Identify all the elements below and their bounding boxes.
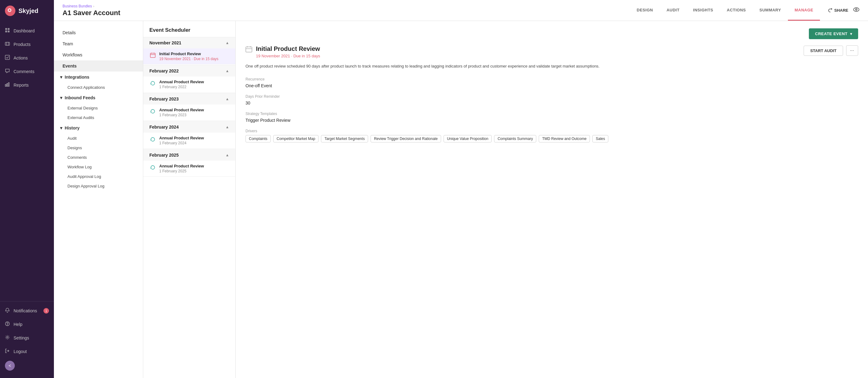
- driver-tag-review-trigger[interactable]: Review Trigger Decision and Rationale: [371, 135, 441, 142]
- event-item-annual-2022[interactable]: Annual Product Review 1 February 2022: [143, 77, 235, 92]
- dropdown-arrow-icon: ▾: [850, 32, 852, 36]
- detail-title: Initial Product Review: [256, 45, 320, 52]
- detail-actions: START AUDIT ···: [804, 45, 858, 56]
- month-header-feb2022[interactable]: February 2022 ▲: [143, 65, 235, 77]
- menu-section-integrations[interactable]: ▾ Integrations: [54, 71, 143, 83]
- tab-design[interactable]: DESIGN: [630, 0, 660, 21]
- create-event-button[interactable]: CREATE EVENT ▾: [809, 28, 858, 39]
- drivers-field: Drivers Complaints Competitor Market Map…: [246, 129, 858, 142]
- driver-tag-complaints[interactable]: Complaints: [246, 135, 271, 142]
- sidebar-item-logout[interactable]: Logout: [0, 345, 54, 358]
- driver-tag-unique-value[interactable]: Unique Value Proposition: [443, 135, 492, 142]
- month-group-feb2024: February 2024 ▲ Annual Product Review 1 …: [143, 121, 235, 149]
- menu-sub-item-audit[interactable]: Audit: [54, 134, 143, 143]
- start-audit-button[interactable]: START AUDIT: [804, 46, 843, 56]
- menu-sub-item-external-designs[interactable]: External Designs: [54, 103, 143, 113]
- main-area: Business Bundles › A1 Saver Account DESI…: [54, 0, 868, 378]
- notifications-icon: [5, 308, 10, 314]
- help-icon: [5, 321, 10, 327]
- menu-sub-item-audit-approval-log[interactable]: Audit Approval Log: [54, 172, 143, 181]
- tab-audit[interactable]: AUDIT: [660, 0, 686, 21]
- logo-icon: [5, 5, 16, 16]
- drivers-tags: Complaints Competitor Market Map Target …: [246, 135, 858, 142]
- sidebar-item-settings[interactable]: Settings: [0, 331, 54, 345]
- menu-sub-item-workflow-log[interactable]: Workflow Log: [54, 162, 143, 172]
- breadcrumb-text[interactable]: Business Bundles: [63, 4, 92, 8]
- event-date-2023: 1 February 2023: [159, 113, 204, 117]
- month-chevron-feb2024: ▲: [225, 125, 229, 129]
- event-item-annual-2025[interactable]: Annual Product Review 1 February 2025: [143, 161, 235, 177]
- days-prior-value: 30: [246, 100, 858, 106]
- sidebar-item-label-dashboard: Dashboard: [13, 28, 35, 33]
- event-item-initial-product-review[interactable]: Initial Product Review 19 November 2021 …: [143, 49, 235, 64]
- svg-rect-22: [246, 47, 252, 52]
- create-event-label: CREATE EVENT: [815, 31, 847, 36]
- sidebar-item-dashboard[interactable]: Dashboard: [0, 24, 54, 38]
- menu-sub-item-connect-applications[interactable]: Connect Applications: [54, 83, 143, 92]
- share-label: SHARE: [834, 8, 848, 12]
- month-header-nov2021[interactable]: November 2021 ▲: [143, 37, 235, 49]
- menu-sub-item-external-audits[interactable]: External Audits: [54, 113, 143, 122]
- driver-tag-competitor[interactable]: Competitor Market Map: [273, 135, 318, 142]
- driver-tag-complaints-summary[interactable]: Complaints Summary: [494, 135, 536, 142]
- sidebar-item-notifications[interactable]: Notifications 1: [0, 304, 54, 318]
- strategy-templates-value: Trigger Product Review: [246, 118, 858, 123]
- menu-item-details[interactable]: Details: [54, 27, 143, 38]
- more-options-button[interactable]: ···: [846, 45, 858, 56]
- strategy-templates-label: Strategy Templates: [246, 112, 858, 116]
- menu-section-inbound-feeds[interactable]: ▾ Inbound Feeds: [54, 92, 143, 103]
- svg-rect-4: [5, 31, 7, 32]
- eye-icon[interactable]: [853, 6, 859, 14]
- driver-tag-target-market[interactable]: Target Market Segments: [321, 135, 368, 142]
- month-header-feb2023[interactable]: February 2023 ▲: [143, 93, 235, 105]
- tab-insights[interactable]: INSIGHTS: [686, 0, 720, 21]
- event-name-initial: Initial Product Review: [159, 52, 218, 56]
- month-group-nov2021: November 2021 ▲ Initial Product Review 1…: [143, 37, 235, 64]
- sidebar-item-help[interactable]: Help: [0, 318, 54, 331]
- month-label-feb2023: February 2023: [149, 96, 179, 101]
- sidebar-item-actions[interactable]: Actions: [0, 51, 54, 65]
- menu-item-events[interactable]: Events: [54, 60, 143, 71]
- tab-manage[interactable]: MANAGE: [788, 0, 820, 21]
- menu-section-history[interactable]: ▾ History: [54, 122, 143, 134]
- event-item-annual-2023[interactable]: Annual Product Review 1 February 2023: [143, 105, 235, 121]
- detail-calendar-icon: [246, 46, 252, 55]
- sidebar-item-reports[interactable]: Reports: [0, 78, 54, 92]
- detail-due-date: 19 November 2021 · Due in 15 days: [256, 54, 320, 58]
- event-date-2024: 1 February 2024: [159, 141, 204, 145]
- breadcrumb-separator: ›: [93, 4, 94, 8]
- refresh-icon-2024: [149, 136, 156, 143]
- menu-sub-item-design-approval-log[interactable]: Design Approval Log: [54, 181, 143, 191]
- chevron-down-icon-2: ▾: [60, 95, 62, 100]
- sidebar: Skyjed Dashboard Products Actions Commen…: [0, 0, 54, 378]
- panel-container: Event Scheduler November 2021 ▲ Initial …: [143, 21, 868, 378]
- event-details-2023: Annual Product Review 1 February 2023: [159, 108, 204, 117]
- menu-item-workflows[interactable]: Workflows: [54, 49, 143, 60]
- month-header-feb2024[interactable]: February 2024 ▲: [143, 121, 235, 133]
- month-group-feb2025: February 2025 ▲ Annual Product Review 1 …: [143, 149, 235, 177]
- sidebar-item-comments[interactable]: Comments: [0, 65, 54, 78]
- tab-actions[interactable]: ACTIONS: [720, 0, 753, 21]
- content-area: Details Team Workflows Events ▾ Integrat…: [54, 21, 868, 378]
- sidebar-item-products[interactable]: Products: [0, 38, 54, 51]
- sidebar-item-label-settings: Settings: [13, 336, 29, 340]
- refresh-icon-2023: [149, 108, 156, 115]
- driver-tag-tmd[interactable]: TMD Review and Outcome: [539, 135, 590, 142]
- sidebar-collapse-button[interactable]: <: [5, 361, 15, 371]
- svg-rect-3: [8, 28, 9, 30]
- driver-tag-sales[interactable]: Sales: [592, 135, 608, 142]
- tab-summary[interactable]: SUMMARY: [753, 0, 788, 21]
- sidebar-item-label-help: Help: [13, 322, 23, 327]
- recurrence-field: Recurrence One-off Event: [246, 77, 858, 88]
- app-name: Skyjed: [19, 7, 38, 14]
- month-header-feb2025[interactable]: February 2025 ▲: [143, 149, 235, 161]
- menu-sub-item-designs[interactable]: Designs: [54, 143, 143, 153]
- menu-sub-item-comments[interactable]: Comments: [54, 153, 143, 162]
- event-item-annual-2024[interactable]: Annual Product Review 1 February 2024: [143, 133, 235, 149]
- strategy-templates-field: Strategy Templates Trigger Product Revie…: [246, 112, 858, 123]
- share-button[interactable]: SHARE: [827, 8, 848, 13]
- svg-point-16: [854, 8, 859, 11]
- sidebar-bottom: Notifications 1 Help Settings Logout <: [0, 301, 54, 378]
- menu-item-team[interactable]: Team: [54, 38, 143, 49]
- event-date-2022: 1 February 2022: [159, 85, 204, 89]
